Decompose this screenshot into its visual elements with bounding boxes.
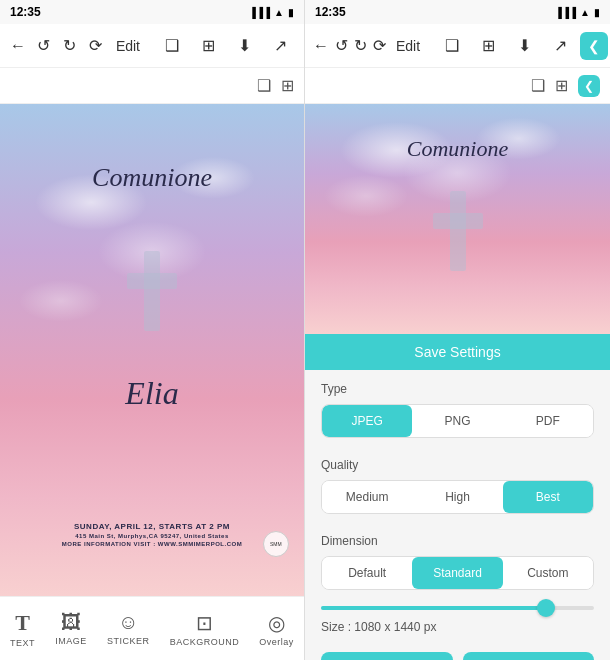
cancel-button[interactable]: Cancel [321, 652, 453, 660]
sticker-icon: ☺ [118, 611, 138, 634]
slider-track[interactable] [321, 606, 594, 610]
left-secondary-toolbar: ❑ ⊞ [0, 68, 304, 104]
type-button-group: JPEG PNG PDF [321, 404, 594, 438]
dimension-button-group: Default Standard Custom [321, 556, 594, 590]
right-add-icon[interactable]: ⊞ [472, 30, 504, 62]
text-icon: T [15, 610, 30, 636]
left-undo-icon: ↺ [37, 36, 50, 55]
slider-thumb[interactable] [537, 599, 555, 617]
background-tool[interactable]: ⊡ BACKGROUND [170, 611, 240, 647]
right-chevron-icon-2: ❮ [584, 79, 594, 93]
right-design-canvas: Comunione [305, 104, 610, 334]
right-refresh-button[interactable]: ⟳ [373, 30, 386, 62]
comunione-title: Comunione [92, 163, 212, 193]
wifi-icon: ▲ [274, 7, 284, 18]
save-settings-panel: Save Settings Type JPEG PNG PDF Quality … [305, 334, 610, 660]
left-refresh-button[interactable]: ⟳ [86, 30, 106, 62]
quality-button-group: Medium High Best [321, 480, 594, 514]
left-share-icon[interactable]: ↗ [264, 30, 296, 62]
right-refresh-icon: ⟳ [373, 36, 386, 55]
text-tool[interactable]: T TEXT [10, 610, 35, 648]
type-jpeg-button[interactable]: JPEG [322, 405, 412, 437]
right-wifi-icon: ▲ [580, 7, 590, 18]
action-buttons: Cancel Save [305, 642, 610, 660]
left-copy-icon[interactable]: ❑ [156, 30, 188, 62]
dimension-standard-button[interactable]: Standard [412, 557, 502, 589]
overlay-icon: ◎ [268, 611, 285, 635]
cross-symbol [127, 251, 177, 331]
overlay-label: Overlay [259, 637, 294, 647]
quality-high-button[interactable]: High [412, 481, 502, 513]
overlay-tool[interactable]: ◎ Overlay [259, 611, 294, 647]
background-icon: ⊡ [196, 611, 213, 635]
image-icon: 🖼 [61, 611, 81, 634]
sticker-tool[interactable]: ☺ STICKER [107, 611, 150, 646]
dimension-slider-container [305, 598, 610, 614]
left-redo-icon: ↻ [63, 36, 76, 55]
left-toolbar: ← ↺ ↻ ⟳ Edit ❑ ⊞ ⬇ ↗ [0, 24, 304, 68]
left-redo-button[interactable]: ↻ [60, 30, 80, 62]
dimension-custom-button[interactable]: Custom [503, 557, 593, 589]
save-settings-header: Save Settings [305, 334, 610, 370]
left-design-canvas: Comunione Elia SUNDAY, APRIL 12, STARTS … [0, 104, 304, 596]
quality-section: Quality Medium High Best [305, 446, 610, 522]
save-button[interactable]: Save [463, 652, 595, 660]
left-layers-icon[interactable]: ❑ [257, 76, 271, 95]
left-grid-icon[interactable]: ⊞ [281, 76, 294, 95]
quality-best-button[interactable]: Best [503, 481, 593, 513]
left-bottom-toolbar: T TEXT 🖼 IMAGE ☺ STICKER ⊡ BACKGROUND ◎ … [0, 596, 304, 660]
right-undo-button[interactable]: ↺ [335, 30, 348, 62]
address-line: 415 Main St, Murphys,CA 95247, United St… [62, 533, 242, 539]
right-time: 12:35 [315, 5, 346, 19]
sticker-label: STICKER [107, 636, 150, 646]
right-comunione-title: Comunione [407, 136, 508, 162]
left-back-icon: ← [10, 37, 26, 55]
right-battery-icon: ▮ [594, 7, 600, 18]
left-refresh-icon: ⟳ [89, 36, 102, 55]
date-line: SUNDAY, APRIL 12, STARTS AT 2 PM [62, 522, 242, 531]
right-share-icon[interactable]: ↗ [544, 30, 576, 62]
type-section: Type JPEG PNG PDF [305, 370, 610, 446]
left-edit-label[interactable]: Edit [112, 38, 144, 54]
right-status-icons: ▐▐▐ ▲ ▮ [555, 7, 600, 18]
left-add-icon[interactable]: ⊞ [192, 30, 224, 62]
right-toolbar-icons: ❑ ⊞ ⬇ ↗ ❮ [436, 30, 608, 62]
badge-circle: SMM [263, 531, 289, 557]
left-time: 12:35 [10, 5, 41, 19]
quality-label: Quality [321, 458, 594, 472]
background-label: BACKGROUND [170, 637, 240, 647]
signal-icon: ▐▐▐ [249, 7, 270, 18]
left-canvas-area[interactable]: Comunione Elia SUNDAY, APRIL 12, STARTS … [0, 104, 304, 596]
dimension-section: Dimension Default Standard Custom [305, 522, 610, 598]
image-tool[interactable]: 🖼 IMAGE [55, 611, 87, 646]
right-redo-button[interactable]: ↻ [354, 30, 367, 62]
type-png-button[interactable]: PNG [412, 405, 502, 437]
image-label: IMAGE [55, 636, 87, 646]
text-label: TEXT [10, 638, 35, 648]
left-status-icons: ▐▐▐ ▲ ▮ [249, 7, 294, 18]
right-panel-toggle-button[interactable]: ❮ [580, 32, 608, 60]
left-undo-button[interactable]: ↺ [34, 30, 54, 62]
right-canvas-area: Comunione [305, 104, 610, 334]
type-label: Type [321, 382, 594, 396]
slider-fill [321, 606, 539, 610]
right-download-icon[interactable]: ⬇ [508, 30, 540, 62]
right-signal-icon: ▐▐▐ [555, 7, 576, 18]
right-status-bar: 12:35 ▐▐▐ ▲ ▮ [305, 0, 610, 24]
right-edit-label[interactable]: Edit [392, 38, 424, 54]
left-download-icon[interactable]: ⬇ [228, 30, 260, 62]
left-back-button[interactable]: ← [8, 30, 28, 62]
size-label: Size : 1080 x 1440 px [305, 614, 610, 642]
right-grid-icon[interactable]: ⊞ [555, 76, 568, 95]
right-copy-icon[interactable]: ❑ [436, 30, 468, 62]
right-layers-icon[interactable]: ❑ [531, 76, 545, 95]
dimension-default-button[interactable]: Default [322, 557, 412, 589]
event-info: SUNDAY, APRIL 12, STARTS AT 2 PM 415 Mai… [62, 522, 242, 547]
right-back-button[interactable]: ← [313, 30, 329, 62]
type-pdf-button[interactable]: PDF [503, 405, 593, 437]
right-cross-symbol [433, 191, 483, 271]
dimension-label: Dimension [321, 534, 594, 548]
quality-medium-button[interactable]: Medium [322, 481, 412, 513]
right-panel-toggle-button-2[interactable]: ❮ [578, 75, 600, 97]
left-toolbar-icons: ❑ ⊞ ⬇ ↗ [156, 30, 296, 62]
